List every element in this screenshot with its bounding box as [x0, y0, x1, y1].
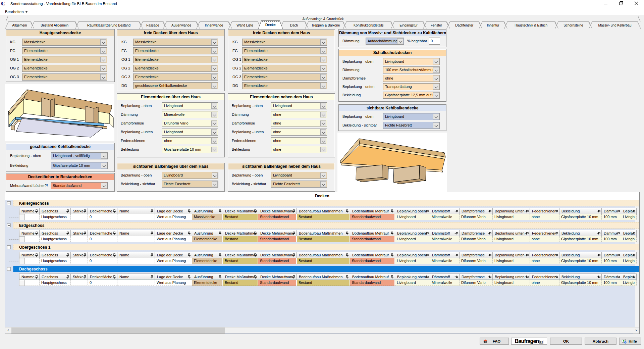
svg-text:?: ?: [625, 342, 626, 344]
